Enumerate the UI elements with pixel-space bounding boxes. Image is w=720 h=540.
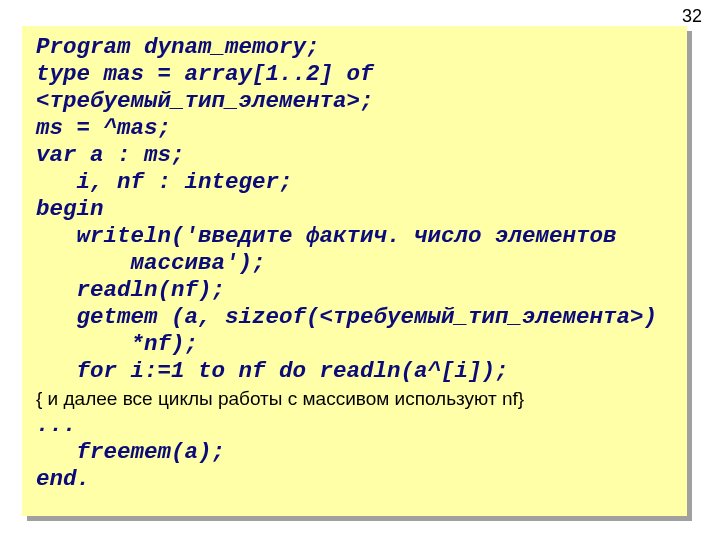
code-line: type mas = array[1..2] of — [36, 61, 673, 88]
code-comment: { и далее все циклы работы с массивом ис… — [36, 385, 673, 412]
slide: 32 Program dynam_memory; type mas = arra… — [0, 0, 720, 540]
code-line: readln(nf); — [36, 277, 673, 304]
code-line: for i:=1 to nf do readln(a^[i]); — [36, 358, 673, 385]
code-line: ms = ^mas; — [36, 115, 673, 142]
code-line: *nf); — [36, 331, 673, 358]
code-line: getmem (a, sizeof(<требуемый_тип_элемент… — [36, 304, 673, 331]
code-line: begin — [36, 196, 673, 223]
code-line: var a : ms; — [36, 142, 673, 169]
code-line: end. — [36, 466, 673, 493]
page-number: 32 — [682, 6, 702, 27]
code-line: writeln('введите фактич. число элементов — [36, 223, 673, 250]
code-line: ... — [36, 412, 673, 439]
code-line: массива'); — [36, 250, 673, 277]
code-line: Program dynam_memory; — [36, 34, 673, 61]
code-line: <требуемый_тип_элемента>; — [36, 88, 673, 115]
code-line: freemem(a); — [36, 439, 673, 466]
code-line: i, nf : integer; — [36, 169, 673, 196]
code-box: Program dynam_memory; type mas = array[1… — [22, 26, 687, 516]
